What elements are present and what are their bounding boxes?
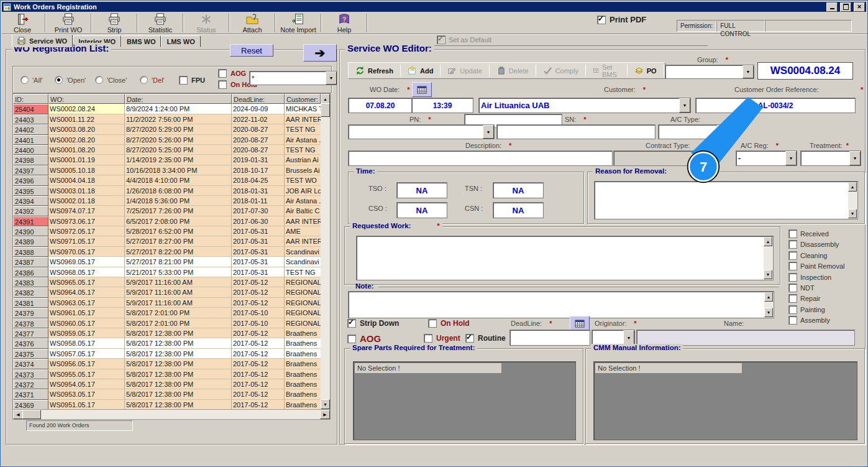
- ac-type-combobox[interactable]: ▼: [658, 124, 729, 139]
- customer-order-reference-field[interactable]: AL-0034/2: [695, 98, 856, 113]
- print-pdf-checkbox[interactable]: [597, 16, 606, 24]
- routine-checkbox[interactable]: [465, 334, 474, 343]
- scroll-left-icon[interactable]: ◀: [13, 410, 23, 419]
- table-vertical-scrollbar[interactable]: ▲ ▼: [321, 94, 330, 409]
- editor-button-refresh[interactable]: Refresh: [350, 65, 399, 76]
- stage-checkbox-ndt[interactable]: NDT: [788, 284, 815, 292]
- filter-radio--open-[interactable]: 'Open': [55, 76, 86, 84]
- table-row[interactable]: 24403WS0001.11.2211/2/2022 7:56:00 PM202…: [13, 114, 321, 124]
- tab-lms-wo[interactable]: LMS WO: [161, 35, 200, 47]
- textarea-scrollbar[interactable]: ▲ ▼: [848, 182, 857, 218]
- toolbar-button-help[interactable]: ?Help: [324, 12, 365, 34]
- checkbox-icon[interactable]: [788, 316, 797, 325]
- table-row[interactable]: 24371WS0953.05.175/8/2017 12:38:00 PM201…: [13, 389, 321, 399]
- reason-textarea[interactable]: ▲ ▼: [594, 181, 858, 220]
- checkbox-icon[interactable]: [788, 262, 797, 270]
- scroll-right-icon[interactable]: ▶: [320, 410, 330, 419]
- table-row[interactable]: 25404WS0002.08.248/9/2024 1:24:00 PM2024…: [13, 104, 321, 114]
- stage-checkbox-cleaning[interactable]: Cleaning: [788, 251, 827, 260]
- checkbox-icon[interactable]: [788, 305, 797, 314]
- filter-radio--all-[interactable]: 'All': [21, 76, 42, 84]
- table-row[interactable]: 24396WS0004.04.184/4/2018 4:10:00 PM2018…: [13, 175, 321, 185]
- reset-button[interactable]: Reset: [230, 44, 273, 57]
- urgent-checkbox[interactable]: [424, 334, 432, 343]
- toolbar-button-status[interactable]: Status: [186, 12, 227, 34]
- fpu-checkbox[interactable]: [179, 76, 188, 85]
- scroll-up-icon[interactable]: ▲: [321, 94, 330, 104]
- sn-field[interactable]: [496, 124, 656, 139]
- checkbox-icon[interactable]: [788, 251, 797, 260]
- radio-icon[interactable]: [140, 76, 148, 84]
- description-field[interactable]: [348, 150, 613, 166]
- stage-checkbox-disassembly[interactable]: Disassembly: [788, 240, 839, 249]
- table-row[interactable]: 24375WS0957.05.175/8/2017 12:38:00 PM201…: [13, 349, 321, 359]
- table-row[interactable]: 24373WS0955.05.175/8/2017 12:38:00 PM201…: [13, 369, 321, 379]
- scroll-down-icon[interactable]: ▼: [764, 270, 772, 279]
- radio-icon[interactable]: [21, 76, 29, 84]
- note-textarea[interactable]: ▲ ▼: [348, 291, 774, 318]
- customer-combobox[interactable]: Air Lituanica UAB ▼: [478, 98, 691, 113]
- wo-date-calendar-button[interactable]: [412, 82, 432, 97]
- table-row[interactable]: 24397WS0005.10.1810/16/2018 3:34:00 PM20…: [13, 165, 321, 175]
- scroll-down-icon[interactable]: ▼: [764, 308, 773, 317]
- filter-radio--del-[interactable]: 'Del': [140, 76, 165, 84]
- stage-checkbox-paint-removal[interactable]: Paint Removal: [788, 262, 845, 270]
- chevron-down-icon[interactable]: ▼: [849, 151, 861, 165]
- textarea-scrollbar[interactable]: ▲ ▼: [764, 237, 772, 279]
- table-row[interactable]: 24391WS0973.06.176/5/2017 2:08:00 PM2017…: [13, 216, 321, 226]
- scroll-down-icon[interactable]: ▼: [321, 399, 330, 409]
- stage-checkbox-repair[interactable]: Repair: [788, 294, 820, 303]
- table-row[interactable]: 24386WS0968.05.175/21/2017 5:33:00 PM201…: [13, 267, 321, 277]
- column-header-id-[interactable]: ID:: [13, 94, 48, 104]
- strip-down-checkbox[interactable]: [347, 319, 356, 328]
- table-row[interactable]: 24372WS0954.05.175/8/2017 12:38:00 PM201…: [13, 379, 321, 389]
- table-row[interactable]: 24377WS0959.05.175/8/2017 12:38:00 PM201…: [13, 328, 321, 338]
- treatment-combobox[interactable]: ▼: [800, 150, 861, 166]
- deadline-field[interactable]: [509, 330, 590, 346]
- tab-bms-wo[interactable]: BMS WO: [121, 35, 161, 47]
- ac-reg-combobox[interactable]: - ▼: [736, 150, 797, 166]
- chevron-down-icon[interactable]: ▼: [785, 151, 797, 165]
- deadline-calendar-button[interactable]: [570, 316, 590, 331]
- checkbox-icon[interactable]: [788, 284, 797, 292]
- stage-checkbox-assembly[interactable]: Assembly: [788, 316, 830, 325]
- group-combobox[interactable]: ▼: [665, 65, 754, 79]
- wo-time-field[interactable]: 13:39: [411, 98, 473, 113]
- wo-date-field[interactable]: 07.08.20: [348, 98, 413, 113]
- scroll-up-icon[interactable]: ▲: [764, 237, 772, 246]
- column-header-deadline-[interactable]: DeadLine:: [232, 94, 285, 104]
- table-row[interactable]: 24376WS0958.05.175/8/2017 12:38:00 PM201…: [13, 338, 321, 348]
- radio-icon[interactable]: [95, 76, 103, 84]
- contract-type-field[interactable]: [613, 150, 715, 166]
- chevron-down-icon[interactable]: ▼: [717, 125, 728, 139]
- next-arrow-button[interactable]: ➔: [303, 44, 337, 62]
- chevron-down-icon[interactable]: ▼: [742, 65, 754, 78]
- stage-checkbox-painting[interactable]: Painting: [788, 305, 825, 314]
- table-row[interactable]: 24388WS0970.05.175/27/2017 8:22:00 PM201…: [13, 247, 321, 257]
- table-row[interactable]: 24398WS0001.01.191/14/2019 2:35:00 PM201…: [13, 155, 321, 165]
- editor-button-comply[interactable]: Comply: [537, 65, 584, 76]
- chevron-down-icon[interactable]: ▼: [679, 98, 690, 113]
- checkbox-icon[interactable]: [788, 273, 797, 282]
- column-header-customer-[interactable]: Customer:: [285, 94, 321, 104]
- table-row[interactable]: 24369WS0951.05.175/8/2017 12:38:00 PM201…: [13, 400, 321, 410]
- customer-filter-combobox[interactable]: * ▼: [249, 71, 337, 85]
- textarea-scrollbar[interactable]: ▲ ▼: [764, 292, 773, 317]
- restore-button[interactable]: [840, 2, 851, 12]
- pn-combobox[interactable]: ▼: [348, 124, 495, 139]
- tso-field[interactable]: NA: [396, 182, 447, 198]
- toolbar-button-attach[interactable]: Attach: [232, 12, 273, 34]
- table-row[interactable]: 24395WS0003.01.181/26/2018 6:08:00 PM201…: [13, 186, 321, 196]
- table-row[interactable]: 24387WS0969.05.175/27/2017 8:21:00 PM201…: [13, 257, 321, 267]
- close-window-button[interactable]: ✕: [854, 2, 865, 12]
- toolbar-button-print-wo[interactable]: Print WO: [48, 12, 89, 34]
- table-row[interactable]: 24389WS0971.05.175/27/2017 8:27:00 PM201…: [13, 236, 321, 246]
- column-header-wo-[interactable]: WO:: [48, 94, 125, 104]
- checkbox-icon[interactable]: [788, 294, 797, 303]
- scrollbar-thumb[interactable]: [22, 410, 41, 419]
- column-header-date-[interactable]: Date:: [125, 94, 232, 104]
- tsn-field[interactable]: NA: [493, 182, 544, 198]
- toolbar-button-note-import[interactable]: Note Import: [278, 12, 319, 34]
- set-as-default-checkbox[interactable]: [437, 35, 445, 44]
- radio-icon[interactable]: [55, 76, 63, 84]
